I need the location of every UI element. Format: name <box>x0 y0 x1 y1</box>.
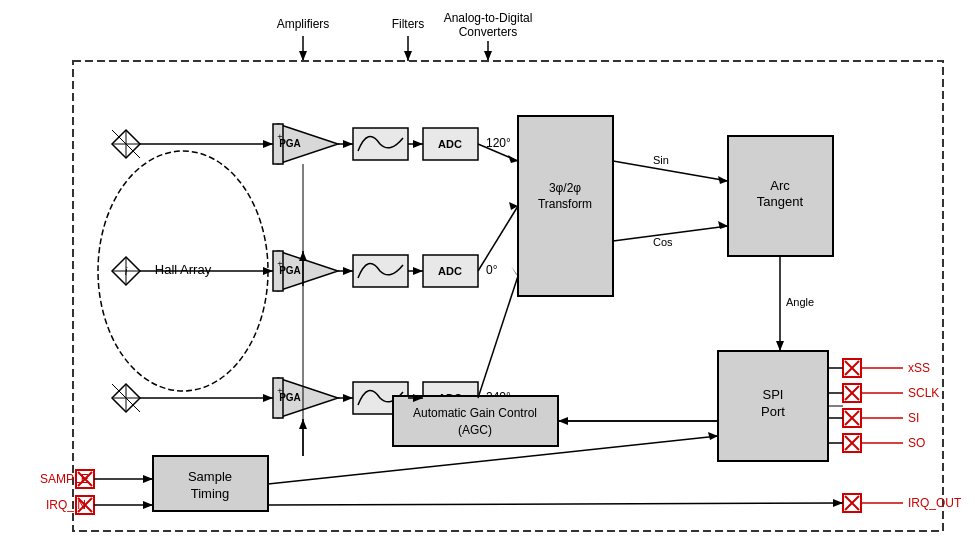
irq-in-label: IRQ_IN <box>46 498 86 512</box>
converters-label: Converters <box>458 25 517 39</box>
transform-label-1: 3φ/2φ <box>548 181 580 195</box>
svg-line-116 <box>268 503 843 505</box>
svg-marker-70 <box>508 155 518 163</box>
svg-text:+: + <box>277 386 282 396</box>
adc-label-top: Analog-to-Digital <box>443 11 532 25</box>
sample-label: SAMPLE <box>40 472 89 486</box>
filters-label: Filters <box>391 17 424 31</box>
svg-marker-3 <box>404 51 412 61</box>
svg-marker-5 <box>484 51 492 61</box>
xss-label: xSS <box>908 361 930 375</box>
angle-0-label: 0° <box>486 263 498 277</box>
svg-marker-50 <box>708 432 718 440</box>
arctangent-label-2: Tangent <box>756 194 803 209</box>
adc-mid-label: ADC <box>438 265 462 277</box>
sample-timing-label-1: Sample <box>187 469 231 484</box>
svg-line-73 <box>478 276 518 398</box>
sin-label: Sin <box>653 154 669 166</box>
angle-120-label: 120° <box>486 136 511 150</box>
svg-marker-64 <box>413 140 423 148</box>
amplifiers-label: Amplifiers <box>276 17 329 31</box>
svg-marker-56 <box>263 394 273 402</box>
si-label: SI <box>908 411 919 425</box>
svg-marker-1 <box>299 51 307 61</box>
svg-marker-74 <box>511 266 518 276</box>
svg-marker-52 <box>263 140 273 148</box>
svg-line-37 <box>613 161 728 181</box>
svg-marker-42 <box>776 341 784 351</box>
block-diagram: Amplifiers Filters Analog-to-Digital Con… <box>8 6 968 546</box>
agc-label-1: Automatic Gain Control <box>412 406 536 420</box>
transform-label-2: Transform <box>537 197 591 211</box>
cos-label: Cos <box>653 236 673 248</box>
svg-marker-58 <box>343 140 353 148</box>
spi-label-2: Port <box>761 404 785 419</box>
svg-marker-113 <box>143 501 153 509</box>
hall-array-label: Hall Array <box>154 262 211 277</box>
irq-out-label: IRQ_OUT <box>908 496 962 510</box>
sample-timing-label-2: Timing <box>190 486 229 501</box>
svg-text:+: + <box>277 132 282 142</box>
arctangent-label-1: Arc <box>770 178 790 193</box>
svg-marker-62 <box>343 394 353 402</box>
spi-label-1: SPI <box>762 387 783 402</box>
svg-marker-60 <box>343 267 353 275</box>
agc-label-2: (AGC) <box>458 423 492 437</box>
so-label: SO <box>908 436 925 450</box>
svg-marker-117 <box>833 499 843 507</box>
svg-marker-108 <box>143 475 153 483</box>
svg-rect-43 <box>393 396 558 446</box>
angle-label: Angle <box>786 296 814 308</box>
svg-text:+: + <box>277 259 282 269</box>
svg-line-71 <box>478 206 518 271</box>
adc-top-label: ADC <box>438 138 462 150</box>
sclk-label: SCLK <box>908 386 939 400</box>
svg-marker-66 <box>413 267 423 275</box>
